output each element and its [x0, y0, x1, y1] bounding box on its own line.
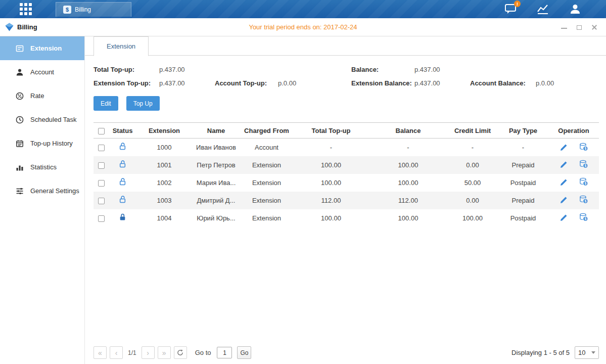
sidebar-item-topup-history[interactable]: Top-up History — [0, 131, 84, 155]
unlocked-icon — [119, 178, 126, 186]
edit-button[interactable]: Edit — [94, 96, 118, 111]
first-page-button[interactable]: « — [94, 346, 107, 359]
sidebar-item-statistics[interactable]: Statistics — [0, 155, 84, 179]
prev-page-button[interactable]: ‹ — [110, 346, 123, 359]
edit-row-icon[interactable] — [559, 213, 568, 222]
edit-row-icon[interactable] — [559, 196, 568, 205]
topup-row-icon[interactable]: $ — [579, 195, 588, 204]
cell-charged-from: Extension — [240, 192, 293, 209]
total-topup-value: p.437.00 — [159, 66, 215, 73]
cell-extension: 1003 — [136, 192, 192, 209]
edit-row-icon[interactable] — [559, 178, 568, 187]
notification-badge: ! — [514, 1, 521, 7]
sidebar-item-general-settings[interactable]: General Settings — [0, 179, 84, 203]
sidebar-item-rate[interactable]: Rate — [0, 84, 84, 108]
row-checkbox[interactable] — [98, 162, 105, 169]
cell-name: Петр Петров — [192, 156, 240, 174]
edit-row-icon[interactable] — [559, 160, 568, 169]
topup-row-icon[interactable]: $ — [579, 142, 588, 151]
notifications-icon[interactable]: ! — [504, 3, 517, 15]
sidebar-item-extension[interactable]: Extension — [0, 36, 84, 60]
sidebar-item-label: Account — [30, 68, 54, 76]
goto-page-input[interactable] — [217, 347, 232, 358]
apps-grid-icon[interactable] — [19, 3, 33, 16]
column-header-pay-type: Pay Type — [498, 123, 548, 139]
tab-extension[interactable]: Extension — [94, 36, 149, 56]
maximize-button[interactable] — [576, 24, 583, 31]
svg-text:$: $ — [585, 164, 587, 168]
svg-text:$: $ — [585, 217, 587, 221]
sidebar-item-label: Rate — [30, 92, 44, 100]
topbar-tab-billing[interactable]: $ Billing — [56, 2, 131, 17]
unlocked-icon — [119, 160, 126, 168]
svg-text:$: $ — [585, 147, 587, 151]
cell-balance: - — [369, 139, 447, 156]
cell-pay-type: Postpaid — [498, 174, 548, 192]
user-account-icon[interactable] — [569, 3, 582, 15]
cell-balance: 112.00 — [369, 192, 447, 209]
displaying-text: Displaying 1 - 5 of 5 — [511, 349, 570, 356]
cell-charged-from: Extension — [240, 209, 293, 227]
sidebar-item-label: Top-up History — [30, 140, 73, 147]
refresh-button[interactable] — [174, 346, 187, 359]
top-up-button[interactable]: Top Up — [126, 96, 160, 111]
account-topup-label: Account Top-up: — [215, 79, 278, 87]
goto-label: Go to — [195, 349, 211, 356]
total-topup-label: Total Top-up: — [94, 66, 159, 73]
last-page-button[interactable]: » — [158, 346, 171, 359]
column-header-name: Name — [192, 123, 240, 139]
chevron-down-icon — [591, 351, 595, 354]
cell-pay-type: Prepaid — [498, 156, 548, 174]
topup-row-icon[interactable]: $ — [579, 160, 588, 169]
rate-icon — [16, 92, 24, 100]
page-size-value: 10 — [578, 349, 585, 356]
account-balance-label: Account Balance: — [470, 79, 536, 87]
close-button[interactable] — [591, 24, 598, 31]
cell-total-topup: 100.00 — [293, 209, 369, 227]
table-row: 1001 Петр Петров Extension 100.00 100.00… — [94, 156, 599, 174]
cell-extension: 1004 — [136, 209, 192, 227]
go-button[interactable]: Go — [237, 346, 251, 359]
sidebar-item-scheduled-task[interactable]: Scheduled Task — [0, 108, 84, 131]
tab-strip: Extension — [85, 36, 606, 56]
column-header-operation: Operation — [548, 123, 599, 139]
account-topup-value: p.0.00 — [278, 79, 351, 87]
svg-text:$: $ — [585, 199, 587, 203]
minimize-icon — [561, 28, 567, 29]
cell-total-topup: 100.00 — [293, 174, 369, 192]
trial-notice: Your trial period ends on: 2017-02-24 — [0, 23, 606, 31]
pagination-bar: « ‹ 1/1 › » Go to Go Displaying 1 - 5 of… — [94, 346, 599, 364]
row-checkbox[interactable] — [98, 180, 105, 187]
unlocked-icon — [119, 196, 126, 203]
topup-row-icon[interactable]: $ — [579, 177, 588, 187]
locked-icon — [119, 213, 126, 221]
balance-value: p.437.00 — [414, 66, 470, 73]
row-checkbox[interactable] — [98, 198, 105, 204]
refresh-icon — [177, 349, 183, 356]
sidebar-item-label: Scheduled Task — [30, 116, 77, 123]
extension-topup-value: p.437.00 — [159, 79, 215, 87]
next-page-button[interactable]: › — [142, 346, 155, 359]
extension-icon — [16, 44, 24, 53]
edit-row-icon[interactable] — [559, 143, 568, 152]
cell-pay-type: - — [498, 139, 548, 156]
cell-pay-type: Prepaid — [498, 192, 548, 209]
statistics-icon — [16, 163, 24, 171]
minimize-button[interactable] — [561, 24, 568, 31]
select-all-checkbox[interactable] — [98, 128, 105, 134]
table-header-row: Status Extension Name Charged From Total… — [94, 123, 599, 139]
cell-total-topup: 100.00 — [293, 156, 369, 174]
row-checkbox[interactable] — [98, 215, 105, 222]
topup-row-icon[interactable]: $ — [579, 213, 588, 222]
sidebar: Extension Account Rate Scheduled Task To… — [0, 36, 85, 364]
sidebar-item-account[interactable]: Account — [0, 60, 84, 84]
status-cell — [109, 192, 136, 209]
statistics-chart-icon[interactable] — [536, 3, 549, 15]
cell-credit-limit: - — [447, 139, 498, 156]
cell-total-topup: - — [293, 139, 369, 156]
top-app-bar: $ Billing ! — [0, 0, 606, 18]
cell-balance: 100.00 — [369, 209, 447, 227]
column-header-charged-from: Charged From — [240, 123, 293, 139]
page-size-select[interactable]: 10 — [575, 346, 599, 359]
row-checkbox[interactable] — [98, 145, 105, 151]
